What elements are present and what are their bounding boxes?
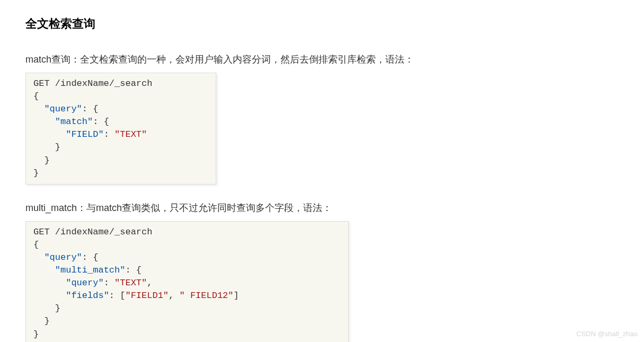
json-key: "query" (44, 252, 82, 262)
json-string: "TEXT" (114, 278, 147, 288)
code-text: , (169, 291, 179, 301)
code-text: : [ (109, 291, 126, 301)
multi-match-code-block: GET /indexName/_search { "query": { "mul… (25, 221, 349, 342)
code-text: : { (93, 117, 109, 127)
section-heading: 全文检索查询 (25, 16, 619, 32)
code-text: : { (125, 265, 142, 275)
code-line: GET /indexName/_search (33, 78, 152, 89)
code-line: } (33, 303, 60, 313)
json-key: "fields" (66, 291, 109, 301)
code-line: { (33, 91, 39, 101)
json-key: "multi_match" (55, 265, 126, 275)
json-key: "match" (55, 117, 93, 127)
code-line: } (33, 142, 60, 152)
json-key: "query" (44, 104, 82, 114)
code-text: : (104, 129, 114, 139)
json-key: "query" (66, 278, 103, 288)
watermark: CSDN @shall_zhao (576, 330, 638, 338)
code-line: } (33, 316, 50, 326)
code-line: } (33, 168, 39, 178)
json-key: "FIELD" (66, 129, 103, 139)
code-text: : (104, 278, 114, 288)
code-text: : { (82, 252, 99, 262)
code-text: , (147, 278, 152, 288)
code-text: : { (82, 104, 99, 114)
json-string: " FIELD12" (179, 291, 233, 301)
code-line: } (33, 155, 50, 165)
code-line: { (33, 240, 39, 250)
code-text: ] (234, 291, 239, 301)
json-string: "TEXT" (114, 129, 147, 139)
json-string: "FIELD1" (125, 291, 169, 301)
code-line: GET /indexName/_search (33, 227, 152, 237)
match-description: match查询：全文检索查询的一种，会对用户输入内容分词，然后去倒排索引库检索，… (25, 52, 619, 67)
code-line: } (33, 329, 39, 339)
match-code-block: GET /indexName/_search { "query": { "mat… (25, 73, 216, 185)
multi-match-description: multi_match：与match查询类似，只不过允许同时查询多个字段，语法： (25, 200, 619, 216)
